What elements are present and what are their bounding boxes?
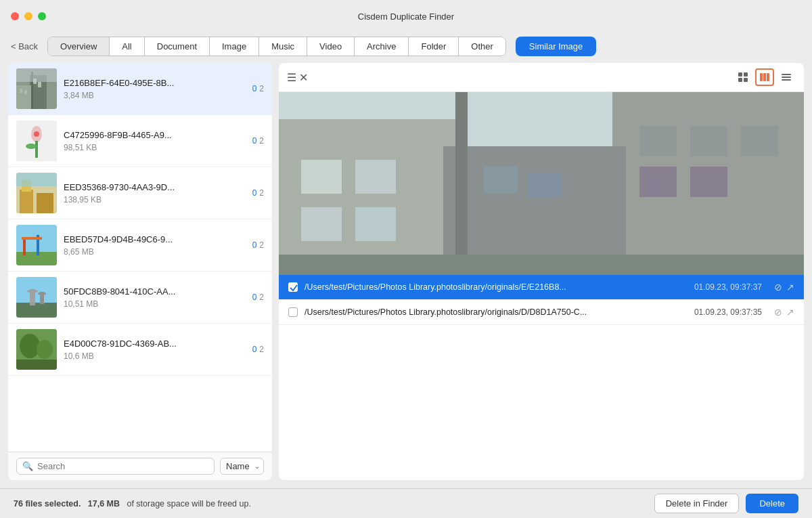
left-panel-bottom: 🔍 Name ⌄ xyxy=(8,452,272,480)
right-toolbar: ☰ ✕ xyxy=(279,63,804,92)
files-selected-count: 76 files selected. xyxy=(14,499,81,509)
list-item-name: E4D00C78-91DC-4369-AB... xyxy=(64,339,246,349)
svg-rect-54 xyxy=(355,160,396,194)
titlebar: Cisdem Duplicate Finder xyxy=(0,0,812,33)
slash-icon[interactable]: ⊘ xyxy=(774,282,782,293)
thumbnail xyxy=(16,225,57,265)
search-box[interactable]: 🔍 xyxy=(16,458,215,475)
list-item[interactable]: E216B8EF-64E0-495E-8B... 3,84 MB 0 2 xyxy=(8,63,272,115)
list-item[interactable]: E4D00C78-91DC-4369-AB... 10,6 MB 0 2 xyxy=(8,324,272,376)
file-list-area: /Users/test/Pictures/Photos Library.phot… xyxy=(279,275,804,480)
tab-image[interactable]: Image xyxy=(210,37,259,56)
window-controls xyxy=(11,12,46,20)
delete-button[interactable]: Delete xyxy=(746,494,798,513)
svg-rect-27 xyxy=(27,289,38,293)
tab-all[interactable]: All xyxy=(110,37,144,56)
svg-rect-23 xyxy=(22,237,42,240)
app-title: Cisdem Duplicate Finder xyxy=(358,12,454,22)
storage-size: 17,6 MB xyxy=(88,499,120,509)
sort-select[interactable]: Name xyxy=(220,458,264,475)
list-item[interactable]: C4725996-8F9B-4465-A9... 98,51 KB 0 2 xyxy=(8,115,272,167)
svg-rect-53 xyxy=(301,160,342,194)
search-input[interactable] xyxy=(37,461,208,471)
list-item-name: EED35368-9730-4AA3-9D... xyxy=(64,182,246,192)
svg-rect-61 xyxy=(741,126,778,156)
split-view-button[interactable] xyxy=(755,68,774,86)
svg-rect-38 xyxy=(760,73,763,81)
tab-document[interactable]: Document xyxy=(145,37,210,56)
main-content: E216B8EF-64E0-495E-8B... 3,84 MB 0 2 xyxy=(0,63,812,488)
filter-icon[interactable]: ☰ ✕ xyxy=(287,71,308,84)
file-path: /Users/test/Pictures/Photos Library.phot… xyxy=(304,282,687,292)
list-item-info: E4D00C78-91DC-4369-AB... 10,6 MB xyxy=(64,339,246,361)
thumbnail xyxy=(16,329,57,370)
svg-rect-15 xyxy=(20,190,33,213)
tab-other[interactable]: Other xyxy=(459,37,505,56)
file-checkbox[interactable] xyxy=(288,307,298,317)
external-link-icon[interactable]: ↗ xyxy=(786,307,794,318)
badge-zero: 0 xyxy=(252,345,257,354)
list-item[interactable]: EBED57D4-9D4B-49C6-9... 8,65 MB 0 2 xyxy=(8,219,272,272)
status-bar: 76 files selected. 17,6 MB of storage sp… xyxy=(0,488,812,518)
tab-overview[interactable]: Overview xyxy=(48,37,110,56)
svg-rect-56 xyxy=(355,207,396,241)
close-button[interactable] xyxy=(11,12,19,20)
list-view-button[interactable] xyxy=(777,68,796,86)
list-item-info: EED35368-9730-4AA3-9D... 138,95 KB xyxy=(64,182,246,204)
list-item-badge: 0 2 xyxy=(252,136,264,146)
file-list[interactable]: E216B8EF-64E0-495E-8B... 3,84 MB 0 2 xyxy=(8,63,272,452)
svg-rect-25 xyxy=(16,303,57,318)
list-item-name: 50FDC8B9-8041-410C-AA... xyxy=(64,286,246,297)
badge-count: 2 xyxy=(259,240,264,250)
list-item-badge: 0 2 xyxy=(252,240,264,250)
tab-folder[interactable]: Folder xyxy=(409,37,459,56)
file-row[interactable]: /Users/test/Pictures/Photos Library.phot… xyxy=(279,300,804,325)
right-panel: ☰ ✕ xyxy=(279,63,804,480)
svg-rect-2 xyxy=(16,85,31,109)
thumbnail xyxy=(16,277,57,318)
list-item-size: 10,6 MB xyxy=(64,351,246,361)
list-item-badge: 0 2 xyxy=(252,293,264,302)
slash-icon[interactable]: ⊘ xyxy=(774,307,782,318)
badge-count: 2 xyxy=(259,84,264,93)
svg-rect-35 xyxy=(744,72,748,77)
file-path: /Users/test/Pictures/Photos Library.phot… xyxy=(304,307,687,317)
file-actions: ⊘ ↗ xyxy=(774,307,794,318)
list-item-info: C4725996-8F9B-4465-A9... 98,51 KB xyxy=(64,130,246,152)
svg-rect-55 xyxy=(301,207,342,241)
svg-rect-36 xyxy=(738,78,742,82)
svg-rect-52 xyxy=(455,92,468,275)
thumbnail xyxy=(16,173,57,213)
svg-point-32 xyxy=(37,340,53,359)
similar-image-button[interactable]: Similar Image xyxy=(516,37,596,56)
maximize-button[interactable] xyxy=(38,12,46,20)
svg-rect-60 xyxy=(690,126,727,156)
file-checkbox[interactable] xyxy=(288,282,298,292)
badge-zero: 0 xyxy=(252,293,257,302)
file-row[interactable]: /Users/test/Pictures/Photos Library.phot… xyxy=(279,275,804,300)
search-icon: 🔍 xyxy=(22,461,33,471)
file-date: 01.09.23, 09:37:37 xyxy=(694,282,762,292)
delete-in-finder-button[interactable]: Delete in Finder xyxy=(654,494,740,513)
list-item-name: EBED57D4-9D4B-49C6-9... xyxy=(64,234,246,244)
tab-video[interactable]: Video xyxy=(307,37,355,56)
svg-point-31 xyxy=(20,334,40,358)
thumbnail xyxy=(16,68,57,109)
tab-archive[interactable]: Archive xyxy=(355,37,409,56)
svg-rect-43 xyxy=(782,79,791,81)
svg-rect-34 xyxy=(738,72,742,77)
svg-point-11 xyxy=(34,131,39,137)
badge-count: 2 xyxy=(259,345,264,354)
external-link-icon[interactable]: ↗ xyxy=(786,282,794,293)
svg-rect-37 xyxy=(744,78,748,82)
back-button[interactable]: < Back xyxy=(11,41,38,51)
tab-music[interactable]: Music xyxy=(259,37,307,56)
list-item[interactable]: 50FDC8B9-8041-410C-AA... 10,51 MB 0 2 xyxy=(8,272,272,324)
minimize-button[interactable] xyxy=(24,12,32,20)
list-item-size: 98,51 KB xyxy=(64,143,246,152)
svg-rect-17 xyxy=(37,193,53,213)
svg-rect-18 xyxy=(16,173,57,186)
list-item-size: 10,51 MB xyxy=(64,299,246,309)
grid-view-button[interactable] xyxy=(734,68,752,86)
list-item[interactable]: EED35368-9730-4AA3-9D... 138,95 KB 0 2 xyxy=(8,167,272,219)
